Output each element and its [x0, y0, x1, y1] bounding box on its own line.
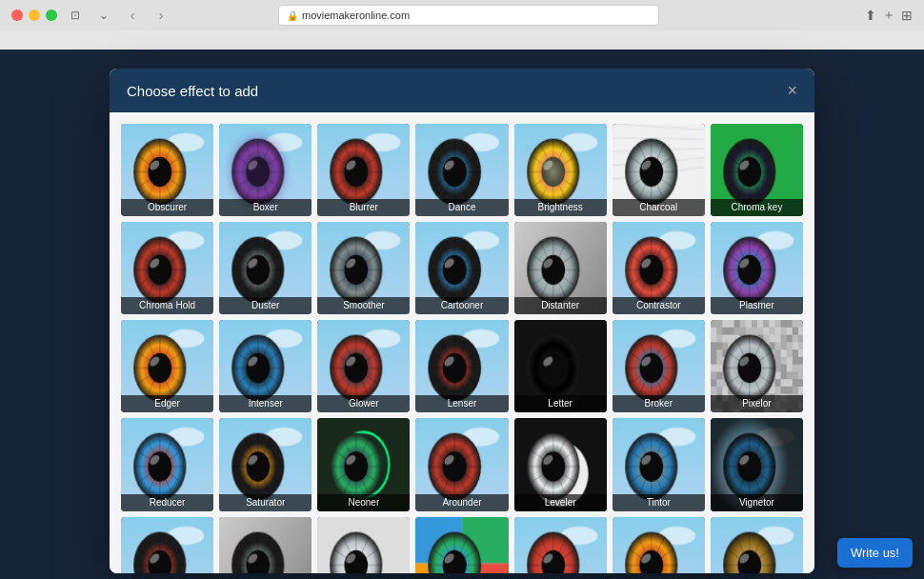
- effect-label: Saturator: [219, 494, 311, 511]
- effects-grid: ObscurerBoxerBlurrerDanceBrightnessCharc…: [121, 124, 803, 573]
- effect-item-boxer[interactable]: Boxer: [219, 124, 311, 216]
- traffic-lights: [11, 10, 57, 21]
- effect-label: Blurrer: [317, 199, 410, 216]
- effect-label: Contrastor: [613, 297, 705, 314]
- effect-label: Charcoal: [613, 199, 705, 216]
- effect-item-neoner[interactable]: Neoner: [317, 418, 410, 510]
- effect-label: Tintor: [613, 494, 705, 511]
- effect-item-broker[interactable]: Broker: [613, 320, 705, 412]
- grid-icon[interactable]: ⊞: [901, 8, 913, 23]
- effect-item-invertor[interactable]: Invertor: [317, 517, 410, 573]
- effect-canvas: [121, 517, 213, 573]
- effect-item-chroma hold[interactable]: Chroma Hold: [121, 222, 213, 314]
- effect-label: Brightness: [514, 199, 607, 216]
- effect-item-grainer[interactable]: Grainer: [121, 517, 213, 573]
- effect-label: Distanter: [514, 297, 607, 314]
- window-toggle-icon: ⊡: [65, 5, 86, 26]
- effect-item-mirrorer[interactable]: Mirrorer: [514, 517, 607, 573]
- url-text: moviemakeronline.com: [302, 10, 410, 21]
- effect-label: Intenser: [219, 395, 311, 412]
- effect-label: Obscurer: [121, 199, 213, 216]
- new-tab-icon[interactable]: ＋: [882, 7, 895, 24]
- effect-label: Cartooner: [415, 297, 508, 314]
- effect-canvas: [219, 517, 311, 573]
- effect-label: Chroma key: [711, 199, 803, 216]
- effect-item-plasmer[interactable]: Plasmer: [711, 222, 803, 314]
- effect-canvas: [711, 517, 803, 573]
- effects-modal: Choose effect to add × ObscurerBoxerBlur…: [110, 69, 814, 573]
- back-button[interactable]: ‹: [122, 5, 143, 26]
- lock-icon: 🔒: [287, 10, 298, 21]
- effect-item-scratcher[interactable]: Scratcher: [415, 517, 508, 573]
- effect-label: Smoother: [317, 297, 410, 314]
- effect-item-smoother[interactable]: Smoother: [317, 222, 410, 314]
- titlebar: ⊡ ⌄ ‹ › 🔒 moviemakeronline.com ⬆ ＋ ⊞: [0, 0, 924, 30]
- effect-label: Dance: [415, 199, 508, 216]
- effect-item-brightness[interactable]: Brightness: [514, 124, 607, 216]
- effect-item-dance[interactable]: Dance: [415, 124, 508, 216]
- effect-item-greyer[interactable]: Greyer: [219, 517, 311, 573]
- effect-label: Boxer: [219, 199, 311, 216]
- effect-item-reducer[interactable]: Reducer: [121, 418, 213, 510]
- effect-label: Lenser: [415, 395, 508, 412]
- forward-button[interactable]: ›: [151, 5, 171, 26]
- effect-item-chroma key[interactable]: Chroma key: [711, 124, 803, 216]
- effect-canvas: [415, 517, 508, 573]
- effect-item-edger[interactable]: Edger: [121, 320, 213, 412]
- effect-canvas: [514, 517, 607, 573]
- effect-item-lenser[interactable]: Lenser: [415, 320, 508, 412]
- window-expand-icon: ⌄: [93, 5, 114, 26]
- address-bar[interactable]: 🔒 moviemakeronline.com: [278, 5, 659, 26]
- effect-label: Broker: [613, 395, 705, 412]
- modal-title: Choose effect to add: [127, 83, 258, 99]
- effect-item-olderer[interactable]: Olderer: [613, 517, 705, 573]
- browser-chrome: ⊡ ⌄ ‹ › 🔒 moviemakeronline.com ⬆ ＋ ⊞: [0, 0, 924, 50]
- effect-label: Glower: [317, 395, 410, 412]
- effect-item-distanter[interactable]: Distanter: [514, 222, 607, 314]
- close-window-button[interactable]: [11, 10, 23, 21]
- share-icon[interactable]: ⬆: [865, 8, 876, 23]
- modal-close-button[interactable]: ×: [787, 82, 797, 99]
- effect-item-leveler[interactable]: Leveler: [514, 418, 607, 510]
- effect-label: Leveler: [514, 494, 607, 511]
- effect-label: Letter: [514, 395, 607, 412]
- effect-label: Neoner: [317, 494, 410, 511]
- effect-item-intenser[interactable]: Intenser: [219, 320, 311, 412]
- effect-item-glower[interactable]: Glower: [317, 320, 410, 412]
- effect-item-blurrer[interactable]: Blurrer: [317, 124, 410, 216]
- effect-item-charcoal[interactable]: Charcoal: [613, 124, 705, 216]
- page-content: Choose effect to add × ObscurerBoxerBlur…: [0, 50, 924, 579]
- maximize-window-button[interactable]: [46, 10, 57, 21]
- effect-label: Arounder: [415, 494, 508, 511]
- modal-overlay: Choose effect to add × ObscurerBoxerBlur…: [0, 50, 924, 579]
- effect-label: Chroma Hold: [121, 297, 213, 314]
- toolbar-right: ⬆ ＋ ⊞: [865, 7, 913, 24]
- effect-item-vignetor[interactable]: Vignetor: [711, 418, 803, 510]
- effect-label: Reducer: [121, 494, 213, 511]
- modal-body: ObscurerBoxerBlurrerDanceBrightnessCharc…: [110, 112, 814, 573]
- effect-item-sepiator[interactable]: Sepiator: [711, 517, 803, 573]
- effect-item-cartooner[interactable]: Cartooner: [415, 222, 508, 314]
- effect-label: Duster: [219, 297, 311, 314]
- effect-item-pixelor[interactable]: Pixelor: [711, 320, 803, 412]
- effect-item-duster[interactable]: Duster: [219, 222, 311, 314]
- effect-item-letter[interactable]: Letter: [514, 320, 607, 412]
- modal-header: Choose effect to add ×: [110, 69, 814, 112]
- effect-canvas: [613, 517, 705, 573]
- write-us-button[interactable]: Write us!: [837, 538, 913, 568]
- effect-item-arounder[interactable]: Arounder: [415, 418, 508, 510]
- effect-label: Vignetor: [711, 494, 803, 511]
- effect-label: Pixelor: [711, 395, 803, 412]
- effect-label: Edger: [121, 395, 213, 412]
- minimize-window-button[interactable]: [29, 10, 40, 21]
- effect-canvas: [317, 517, 410, 573]
- effect-label: Plasmer: [711, 297, 803, 314]
- effect-item-obscurer[interactable]: Obscurer: [121, 124, 213, 216]
- effect-item-contrastor[interactable]: Contrastor: [613, 222, 705, 314]
- effect-item-saturator[interactable]: Saturator: [219, 418, 311, 510]
- effect-item-tintor[interactable]: Tintor: [613, 418, 705, 510]
